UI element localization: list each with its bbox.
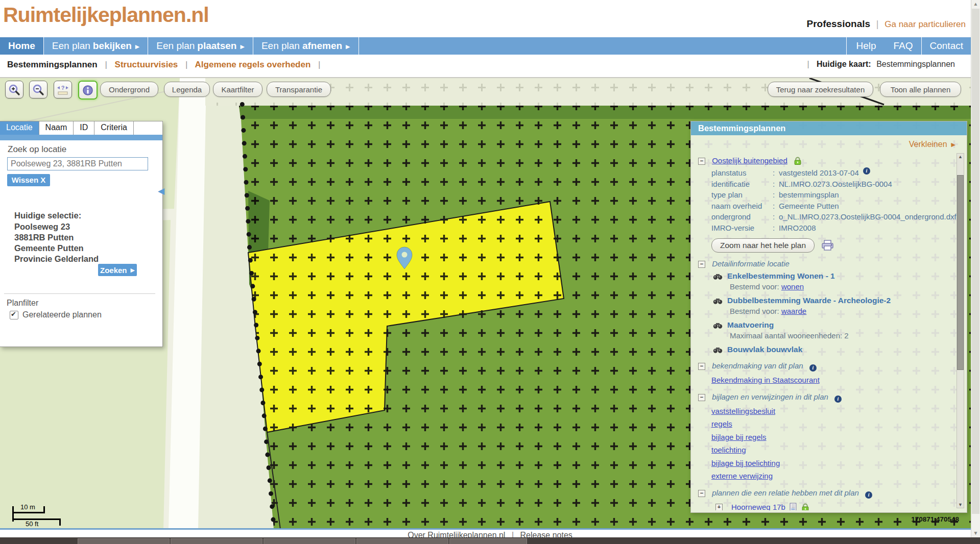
colon: : [773, 189, 777, 201]
map-area-agrarisch-dark-strip [239, 106, 971, 119]
scale-metric-label: 10 m [20, 503, 35, 511]
zoeken-label: Zoeken [100, 266, 127, 275]
bijlage-link-bijlage-bij-toelichting[interactable]: bijlage bij toelichting [711, 458, 780, 469]
attr-label: type plan [711, 189, 773, 201]
nav-help[interactable]: Help [846, 37, 885, 55]
switch-audience-link[interactable]: Ga naar particulieren [885, 19, 966, 29]
collapse-node-icon[interactable]: − [698, 363, 705, 370]
zoom-naar-hele-plan-button[interactable]: Zoom naar het hele plan [711, 238, 815, 253]
zoeken-button[interactable]: Zoeken ▶ [98, 264, 137, 276]
nav-item-pre: Een plan [156, 40, 195, 52]
attr-value: IMRO2008 [779, 222, 816, 234]
info-circle-icon[interactable]: i [865, 491, 872, 499]
toon-alle-plannen-button[interactable]: Toon alle plannen [880, 82, 961, 97]
plan-panel-content: − Oostelijk buitengebied planstatus : va… [691, 152, 957, 510]
detail-item: Maatvoering Maximaal aantal wooneenheden… [713, 320, 957, 341]
nav-contact[interactable]: Contact [922, 37, 971, 55]
scroll-down-arrow[interactable]: ▼ [971, 529, 980, 537]
feature-info-button[interactable] [78, 81, 98, 100]
info-icon [82, 84, 94, 96]
verkleinen-link[interactable]: Verkleinen ▶ [909, 140, 955, 149]
nav-een-plan-afnemen[interactable]: Een plan afnemen ▶ [253, 37, 359, 55]
tab-criteria[interactable]: Criteria [94, 121, 134, 135]
verkleinen-label: Verkleinen [909, 140, 947, 149]
detail-section-heading: − Detailinformatie locatie [698, 259, 957, 268]
separator: | [318, 60, 320, 69]
taskbar-window-button[interactable] [171, 538, 262, 544]
bestemd-voor-link[interactable]: waarde [781, 307, 806, 315]
plan-panel-scrollbar[interactable]: ▲ ▼ [957, 153, 964, 508]
tab-structuurvisies[interactable]: Structuurvisies [115, 60, 178, 69]
bijlage-link-externe-verwijzing[interactable]: externe verwijzing [711, 471, 773, 482]
bijlage-link-toelichting[interactable]: toelichting [711, 444, 746, 456]
collapse-node-icon[interactable]: − [698, 490, 705, 497]
legenda-button[interactable]: Legenda [164, 82, 210, 97]
tab-bestemmingsplannen[interactable]: Bestemmingsplannen [7, 60, 98, 69]
nav-een-plan-plaatsen[interactable]: Een plan plaatsen ▶ [148, 37, 253, 55]
zoom-in-button[interactable] [5, 81, 23, 98]
tab-algemene-regels[interactable]: Algemene regels overheden [195, 60, 311, 69]
detail-item: Dubbelbestemming Waarde - Archeologie-2 … [713, 295, 957, 316]
scroll-up-arrow[interactable]: ▲ [957, 154, 964, 160]
measure-tool-button[interactable]: ? [54, 81, 72, 98]
attr-value: vastgesteld 2013-07-04 [779, 167, 859, 179]
binoculars-icon[interactable] [713, 347, 723, 353]
attr-row: type plan : bestemmingsplan [711, 189, 957, 201]
bijlage-link-vaststellingsbesluit[interactable]: vaststellingsbesluit [711, 406, 775, 417]
gerelateerde-plannen-checkbox[interactable] [10, 311, 18, 319]
zoom-out-button[interactable] [29, 81, 47, 98]
info-circle-icon[interactable]: i [863, 167, 870, 175]
bekendmaking-link[interactable]: Bekendmaking in Staatscourant [711, 375, 820, 386]
colon: : [773, 201, 777, 212]
scrollbar-thumb[interactable] [972, 9, 979, 514]
taskbar-window-button[interactable] [449, 538, 527, 544]
bijlage-link-regels[interactable]: regels [711, 418, 732, 430]
binoculars-icon[interactable] [713, 298, 723, 304]
search-location-input[interactable] [7, 157, 148, 170]
transparantie-button[interactable]: Transparantie [267, 82, 331, 97]
bijlage-link-bijlage-bij-regels[interactable]: bijlage bij regels [711, 432, 767, 443]
audience-switcher: Professionals | Ga naar particulieren [806, 18, 966, 30]
scroll-down-arrow[interactable]: ▼ [957, 502, 964, 508]
nav-item-pre: Een plan [261, 40, 300, 52]
print-icon[interactable] [821, 239, 834, 252]
collapse-search-panel-arrow[interactable]: ◀ [158, 186, 164, 196]
nav-spacer [359, 37, 847, 55]
info-circle-icon[interactable]: i [834, 395, 842, 403]
terug-naar-zoekresultaten-button[interactable]: Terug naar zoekresultaten [768, 82, 873, 97]
map-area: ? Ondergrond Legenda Kaartfilter Transpa… [0, 77, 971, 529]
site-logo[interactable]: Ruimtelijkeplannen.nl [3, 3, 209, 27]
binoculars-icon[interactable] [713, 273, 723, 280]
nav-een-plan-bekijken[interactable]: Een plan bekijken ▶ [44, 37, 149, 55]
collapse-node-icon[interactable]: − [698, 261, 705, 268]
wissen-clear-button[interactable]: Wissen X [7, 174, 50, 186]
collapse-node-icon[interactable]: − [698, 394, 705, 401]
divider [4, 293, 155, 294]
taskbar-window-button[interactable] [356, 538, 448, 544]
browser-scrollbar[interactable]: ▲ ▼ [971, 0, 980, 537]
binoculars-icon[interactable] [713, 322, 723, 329]
taskbar-window-button[interactable] [78, 538, 170, 544]
kaartfilter-button[interactable]: Kaartfilter [213, 82, 262, 97]
bestemd-voor-link[interactable]: wonen [781, 282, 804, 291]
collapse-node-icon[interactable]: − [698, 158, 705, 165]
detail-heading-label: Detailinformatie locatie [712, 259, 790, 268]
attr-value: NL.IMRO.0273.OostelijkBG-0004 [779, 179, 892, 190]
taskbar-window-button[interactable] [264, 538, 355, 544]
scrollbar-thumb[interactable] [957, 175, 964, 370]
attr-value: o_NL.IMRO.0273.OostelijkBG-0004_ondergro… [779, 211, 957, 222]
related-plan-link[interactable]: Hoorneweg 17b [731, 502, 785, 511]
plan-name-link[interactable]: Oostelijk buitengebied [712, 156, 787, 165]
scroll-up-arrow[interactable]: ▲ [971, 0, 980, 8]
nav-faq[interactable]: FAQ [886, 37, 922, 55]
ondergrond-button[interactable]: Ondergrond [100, 82, 158, 97]
bestemd-voor-label: Bestemd voor: [730, 307, 781, 315]
tab-naam[interactable]: Naam [39, 121, 74, 135]
nav-home[interactable]: Home [0, 37, 44, 55]
expand-node-icon[interactable]: + [715, 504, 723, 511]
tab-id[interactable]: ID [74, 121, 94, 135]
search-location-label: Zoek op locatie [8, 144, 66, 155]
chevron-right-icon: ▶ [131, 267, 135, 274]
info-circle-icon[interactable]: i [809, 364, 817, 372]
tab-locatie[interactable]: Locatie [0, 121, 39, 135]
